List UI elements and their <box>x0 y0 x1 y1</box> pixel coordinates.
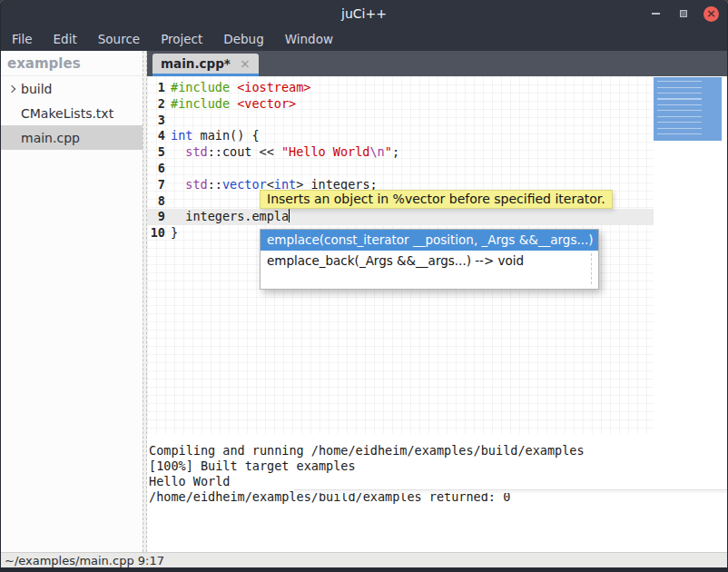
line-number: 5 <box>147 144 171 161</box>
menu-item-edit[interactable]: Edit <box>51 30 80 48</box>
chevron-right-icon <box>6 132 19 144</box>
sidebar-item-main-cpp[interactable]: main.cpp <box>0 125 143 150</box>
minimap-code-preview <box>657 81 702 135</box>
menu-item-project[interactable]: Project <box>158 30 205 48</box>
console-line: Hello World <box>149 474 728 489</box>
close-icon: × <box>706 7 716 19</box>
console-line: Compiling and running /home/eidheim/exam… <box>149 443 728 459</box>
statusbar: ~/examples/main.cpp 9:17 <box>0 552 728 567</box>
juci-window: juCi++ × FileEditSourceProjectDebugWindo… <box>0 0 728 572</box>
completion-doc-tooltip: Inserts an object in %vector before spec… <box>260 190 613 209</box>
code-segment: " <box>385 144 392 159</box>
chevron-right-icon <box>6 107 19 120</box>
window-title: juCi++ <box>341 6 387 21</box>
code-segment <box>230 96 237 111</box>
completion-item[interactable]: emplace(const_iterator __position, _Args… <box>261 230 598 251</box>
menu-item-file[interactable]: File <box>9 30 35 48</box>
menu-item-window[interactable]: Window <box>282 30 336 48</box>
code-line: 6 <box>147 161 654 177</box>
tab-label: main.cpp* <box>161 56 231 71</box>
code-segment: #include <box>171 80 230 94</box>
code-segment: integers.empla <box>171 209 289 223</box>
code-text: int main() { <box>171 128 260 144</box>
code-segment: #include <box>171 96 230 111</box>
sidebar-item-label: build <box>21 82 52 96</box>
maximize-icon <box>680 10 687 17</box>
tab-main-cpp[interactable]: main.cpp* × <box>152 54 259 76</box>
code-text: } <box>171 225 178 242</box>
line-number: 4 <box>147 128 171 144</box>
code-text: std::cout << "Hello World\n"; <box>171 144 399 161</box>
line-number: 9 <box>147 209 171 225</box>
statusbar-file-position: ~/examples/main.cpp 9:17 <box>5 554 164 567</box>
code-line: 2#include <vector> <box>147 96 654 113</box>
completion-popup: emplace(const_iterator __position, _Args… <box>260 229 599 290</box>
code-segment: ; <box>392 144 399 159</box>
main-area: main.cpp* × 1#include <iostream>2#includ… <box>147 51 728 552</box>
code-line: 3 <box>147 113 654 129</box>
menubar: FileEditSourceProjectDebugWindow <box>0 27 728 51</box>
code-segment <box>171 177 185 192</box>
code-segment: \n <box>369 144 384 159</box>
menu-item-source[interactable]: Source <box>95 30 143 48</box>
sidebar-item-build[interactable]: build <box>0 76 143 101</box>
line-number: 6 <box>147 161 171 177</box>
code-line: 4int main() { <box>147 128 654 144</box>
sidebar-item-cmakelists-txt[interactable]: CMakeLists.txt <box>0 101 143 125</box>
build-output-console[interactable]: Compiling and running /home/eidheim/exam… <box>147 442 728 552</box>
code-segment: } <box>171 225 178 240</box>
code-segment: :: <box>208 177 222 192</box>
chevron-right-icon <box>6 83 19 95</box>
code-line: 5 std::cout << "Hello World\n"; <box>147 144 654 161</box>
code-segment: std <box>185 177 207 192</box>
code-line: 9 integers.empla <box>147 209 654 225</box>
code-line: 1#include <iostream> <box>147 80 654 96</box>
code-segment: ::cout << <box>208 144 281 159</box>
window-frame-bottom <box>0 567 728 572</box>
file-tree: buildCMakeLists.txtmain.cpp <box>0 76 143 150</box>
code-segment: "Hello World <box>281 144 370 159</box>
completion-item[interactable]: emplace_back(_Args &&__args...) --> void <box>261 251 598 271</box>
file-tree-sidebar: examples buildCMakeLists.txtmain.cpp <box>0 51 143 552</box>
minimap[interactable] <box>654 77 722 141</box>
code-text: #include <vector> <box>171 96 296 113</box>
minimize-icon <box>652 13 660 15</box>
tab-close-icon[interactable]: × <box>240 57 251 70</box>
code-segment: std <box>185 144 207 159</box>
line-number: 3 <box>147 113 171 129</box>
line-number: 2 <box>147 96 171 113</box>
pane-separator-vertical[interactable] <box>143 51 147 552</box>
line-number: 8 <box>147 193 171 210</box>
code-segment: main() { <box>192 128 259 143</box>
maximize-button[interactable] <box>675 5 692 22</box>
pane-separator-horizontal[interactable] <box>294 489 728 493</box>
line-number: 10 <box>147 225 171 242</box>
code-segment: <vector> <box>237 96 296 111</box>
code-editor[interactable]: 1#include <iostream>2#include <vector>34… <box>147 76 728 439</box>
console-line: [100%] Built target examples <box>149 459 728 474</box>
line-number: 7 <box>147 177 171 193</box>
window-controls: × <box>647 0 719 27</box>
code-segment: <iostream> <box>237 80 310 94</box>
tabbar: main.cpp* × <box>147 51 728 76</box>
code-text: integers.empla <box>171 209 290 225</box>
text-caret <box>289 209 290 222</box>
close-button[interactable]: × <box>703 6 719 22</box>
sidebar-item-label: main.cpp <box>21 131 80 145</box>
menu-item-debug[interactable]: Debug <box>221 30 266 48</box>
code-segment: int <box>171 128 192 143</box>
line-number: 1 <box>147 80 171 96</box>
sidebar-header: examples <box>0 51 143 76</box>
sidebar-item-label: CMakeLists.txt <box>21 106 113 121</box>
code-segment <box>230 80 237 94</box>
code-text: #include <iostream> <box>171 80 310 96</box>
minimize-button[interactable] <box>647 5 664 22</box>
code-lines: 1#include <iostream>2#include <vector>34… <box>147 76 654 242</box>
code-segment <box>171 144 185 159</box>
titlebar[interactable]: juCi++ × <box>0 0 728 27</box>
